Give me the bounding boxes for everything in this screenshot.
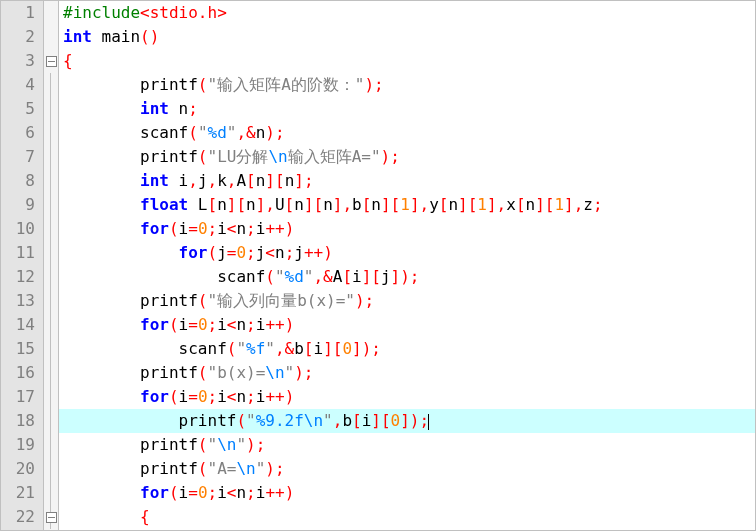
line-num: 6 <box>1 121 43 145</box>
line-num: 3 <box>1 49 43 73</box>
code-line[interactable]: printf("b(x)=\n"); <box>59 361 755 385</box>
editor: 1 2 3 4 5 6 7 8 9 10 11 12 13 14 15 16 1… <box>0 0 756 531</box>
line-num: 12 <box>1 265 43 289</box>
code-line-current[interactable]: printf("%9.2f\n",b[i][0]); <box>59 409 755 433</box>
line-num: 15 <box>1 337 43 361</box>
code-line[interactable]: { <box>59 505 755 529</box>
line-num: 17 <box>1 385 43 409</box>
line-num: 16 <box>1 361 43 385</box>
fold-toggle[interactable] <box>44 49 58 73</box>
line-num: 18 <box>1 409 43 433</box>
code-line[interactable]: scanf("%d",&A[i][j]); <box>59 265 755 289</box>
code-line[interactable]: printf("LU分解\n输入矩阵A="); <box>59 145 755 169</box>
code-line[interactable]: printf("A=\n"); <box>59 457 755 481</box>
code-line[interactable]: scanf("%f",&b[i][0]); <box>59 337 755 361</box>
line-num: 13 <box>1 289 43 313</box>
line-num: 2 <box>1 25 43 49</box>
code-line[interactable]: scanf("%d",&n); <box>59 121 755 145</box>
code-line[interactable]: float L[n][n],U[n][n],b[n][1],y[n][1],x[… <box>59 193 755 217</box>
code-line[interactable]: for(i=0;i<n;i++) <box>59 313 755 337</box>
code-line[interactable]: printf("输入矩阵A的阶数："); <box>59 73 755 97</box>
line-num: 1 <box>1 1 43 25</box>
code-line[interactable]: printf("\n"); <box>59 433 755 457</box>
line-num: 20 <box>1 457 43 481</box>
code-line[interactable]: for(i=0;i<n;i++) <box>59 481 755 505</box>
line-num: 5 <box>1 97 43 121</box>
line-num: 19 <box>1 433 43 457</box>
code-line[interactable]: { <box>59 49 755 73</box>
code-line[interactable]: int n; <box>59 97 755 121</box>
code-line[interactable]: printf("输入列向量b(x)="); <box>59 289 755 313</box>
line-num: 14 <box>1 313 43 337</box>
code-line[interactable]: #include<stdio.h> <box>59 1 755 25</box>
line-num: 7 <box>1 145 43 169</box>
code-line[interactable]: for(i=0;i<n;i++) <box>59 385 755 409</box>
line-num: 11 <box>1 241 43 265</box>
code-line[interactable]: int i,j,k,A[n][n]; <box>59 169 755 193</box>
text-cursor <box>428 414 429 430</box>
line-num: 22 <box>1 505 43 529</box>
line-num: 8 <box>1 169 43 193</box>
line-num: 21 <box>1 481 43 505</box>
code-line[interactable]: for(j=0;j<n;j++) <box>59 241 755 265</box>
fold-toggle[interactable] <box>44 505 58 529</box>
gutter: 1 2 3 4 5 6 7 8 9 10 11 12 13 14 15 16 1… <box>1 1 44 530</box>
fold-margin <box>44 1 59 530</box>
line-num: 10 <box>1 217 43 241</box>
code-line[interactable]: int main() <box>59 25 755 49</box>
code-line[interactable]: for(i=0;i<n;i++) <box>59 217 755 241</box>
code-area[interactable]: #include<stdio.h> int main() { printf("输… <box>59 1 755 530</box>
line-num: 9 <box>1 193 43 217</box>
line-num: 4 <box>1 73 43 97</box>
